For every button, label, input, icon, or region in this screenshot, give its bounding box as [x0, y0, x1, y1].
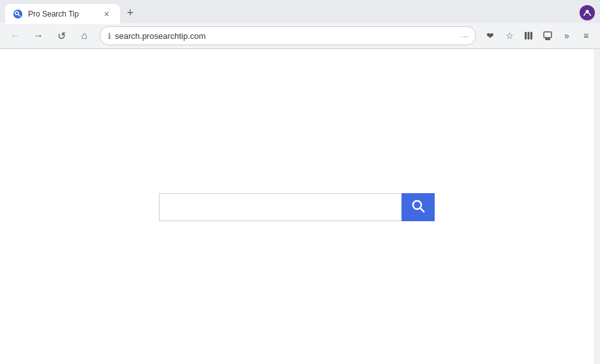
url-input[interactable]	[115, 31, 457, 41]
tab-title: Pro Search Tip	[28, 10, 96, 18]
bookmark-button[interactable]: ☆	[500, 27, 518, 45]
overflow-button[interactable]: »	[558, 27, 576, 45]
search-input[interactable]	[159, 193, 401, 221]
address-bar[interactable]: ℹ ···	[100, 26, 476, 45]
browser-chrome: Pro Search Tip × + ← → ↺ ⌂ ℹ ···	[0, 0, 600, 49]
sync-tab-button[interactable]	[539, 27, 557, 45]
scrollbar-track[interactable]	[594, 49, 600, 364]
new-tab-button[interactable]: +	[121, 4, 139, 22]
svg-rect-4	[525, 32, 527, 40]
security-icon: ℹ	[108, 31, 111, 41]
search-icon	[410, 198, 426, 215]
active-tab[interactable]: Pro Search Tip ×	[5, 4, 120, 24]
menu-button[interactable]: ≡	[577, 27, 595, 45]
forward-button[interactable]: →	[28, 25, 49, 46]
home-button[interactable]: ⌂	[74, 25, 94, 46]
toolbar-actions: ❤ ☆ » ≡	[481, 27, 595, 45]
tab-close-button[interactable]: ×	[101, 8, 112, 20]
library-button[interactable]	[520, 27, 537, 45]
svg-rect-7	[544, 32, 551, 38]
browser-main: Pro Search Tip@My AntiSpyware Contact Pr…	[0, 49, 594, 364]
back-button[interactable]: ←	[5, 25, 26, 46]
more-address-icon: ···	[461, 31, 468, 41]
search-container	[159, 193, 435, 221]
tab-favicon	[13, 9, 23, 19]
svg-rect-6	[530, 32, 532, 40]
toolbar: ← → ↺ ⌂ ℹ ··· ❤ ☆	[0, 23, 600, 48]
svg-rect-5	[528, 32, 530, 40]
search-button[interactable]	[401, 193, 435, 221]
browser-body: Pro Search Tip@My AntiSpyware Contact Pr…	[0, 49, 600, 364]
profile-icon[interactable]	[580, 5, 595, 20]
pocket-button[interactable]: ❤	[481, 27, 499, 45]
page-content	[0, 49, 594, 364]
reload-button[interactable]: ↺	[51, 25, 71, 46]
svg-line-11	[421, 208, 424, 212]
tab-bar: Pro Search Tip × +	[0, 0, 600, 23]
